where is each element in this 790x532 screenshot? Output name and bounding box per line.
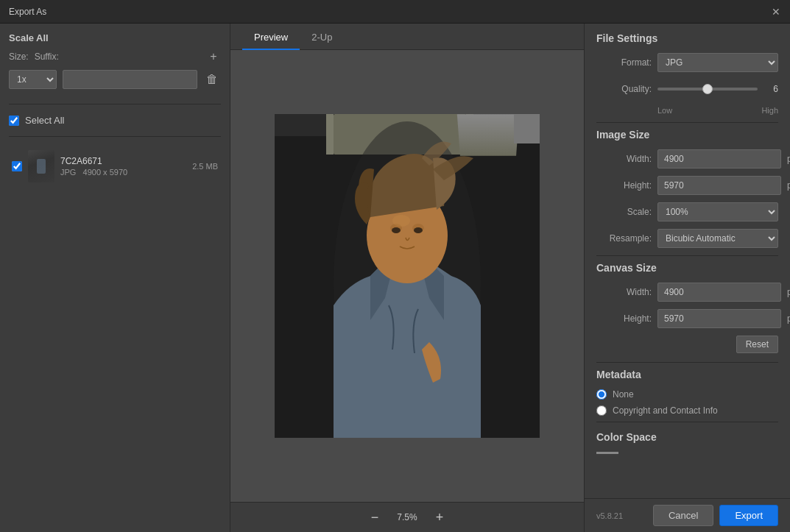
right-panel-content: File Settings Format: JPG PNG GIF SVG We… xyxy=(585,24,790,498)
image-scale-row: Scale: 100% 50% 75% 200% xyxy=(596,202,778,221)
quality-slider[interactable] xyxy=(657,88,758,91)
image-height-input[interactable] xyxy=(657,176,781,195)
metadata-copyright-row: Copyright and Contact Info xyxy=(596,405,778,416)
canvas-height-label: Height: xyxy=(596,313,652,324)
image-scale-select[interactable]: 100% 50% 75% 200% xyxy=(657,202,778,221)
file-meta: JPG 4900 x 5970 xyxy=(60,168,186,177)
format-select[interactable]: JPG PNG GIF SVG WebP xyxy=(657,53,778,72)
svg-rect-5 xyxy=(275,114,326,136)
metadata-none-row: None xyxy=(596,389,778,400)
select-all-label: Select All xyxy=(25,115,64,126)
preview-image xyxy=(275,114,540,438)
image-width-label: Width: xyxy=(596,154,652,164)
canvas-height-row: Height: px xyxy=(596,309,778,328)
canvas-width-input[interactable] xyxy=(657,283,781,302)
photo-top-element2 xyxy=(514,114,540,143)
add-scale-button[interactable]: + xyxy=(206,49,221,64)
svg-point-12 xyxy=(414,227,423,233)
file-list: 7C2A6671 JPG 4900 x 5970 2.5 MB xyxy=(9,146,221,187)
close-button[interactable]: ✕ xyxy=(771,7,781,17)
scale-section: Scale All Size: Suffix: + 1x 2x 3x 0.5x … xyxy=(9,32,221,89)
quality-value: 6 xyxy=(763,84,778,94)
bottom-bar: v5.8.21 Cancel Export xyxy=(585,498,790,532)
divider-6 xyxy=(596,422,778,422)
file-settings-section: File Settings Format: JPG PNG GIF SVG We… xyxy=(596,32,778,115)
tab-2up[interactable]: 2-Up xyxy=(300,26,344,50)
export-button[interactable]: Export xyxy=(719,505,778,526)
file-name: 7C2A6671 xyxy=(60,156,186,166)
controls-row: 1x 2x 3x 0.5x 🗑 xyxy=(9,70,221,89)
canvas-size-section: Canvas Size Width: px Height: px Reset xyxy=(596,262,778,353)
bottom-buttons: Cancel Export xyxy=(653,505,778,526)
quality-slider-container xyxy=(657,79,758,99)
scale-select[interactable]: 1x 2x 3x 0.5x xyxy=(9,70,57,89)
zoom-level: 7.5% xyxy=(392,512,422,522)
select-all-checkbox[interactable] xyxy=(9,116,19,126)
metadata-title: Metadata xyxy=(596,369,778,380)
quality-row: Quality: 6 xyxy=(596,79,778,99)
resample-select[interactable]: Bicubic Automatic Bicubic Smoother Bicub… xyxy=(657,229,778,248)
center-panel: Preview 2-Up xyxy=(230,24,584,532)
metadata-none-radio[interactable] xyxy=(596,389,607,400)
metadata-copyright-radio[interactable] xyxy=(596,405,607,416)
quality-high-label: High xyxy=(761,106,778,115)
file-settings-title: File Settings xyxy=(596,32,778,44)
quality-low-label: Low xyxy=(657,106,761,115)
divider-5 xyxy=(596,362,778,363)
format-label: Format: xyxy=(596,57,652,68)
cancel-button[interactable]: Cancel xyxy=(653,505,713,526)
image-width-row: Width: px xyxy=(596,149,778,169)
version-label: v5.8.21 xyxy=(596,511,623,520)
file-thumb-inner xyxy=(28,150,54,182)
size-suffix-row: Size: Suffix: + xyxy=(9,49,221,64)
file-info: 7C2A6671 JPG 4900 x 5970 xyxy=(60,156,186,177)
file-item[interactable]: 7C2A6671 JPG 4900 x 5970 2.5 MB xyxy=(9,146,221,187)
suffix-label: Suffix: xyxy=(35,52,200,62)
canvas-width-label: Width: xyxy=(596,287,652,297)
right-panel: File Settings Format: JPG PNG GIF SVG We… xyxy=(584,24,790,532)
select-all-row[interactable]: Select All xyxy=(9,110,221,130)
canvas-width-row: Width: px xyxy=(596,283,778,302)
photo-background xyxy=(275,114,540,438)
resample-label: Resample: xyxy=(596,233,652,244)
image-width-input[interactable] xyxy=(657,149,781,169)
metadata-copyright-label: Copyright and Contact Info xyxy=(613,405,718,416)
quality-range-labels: Low High xyxy=(596,106,778,115)
zoom-out-button[interactable]: − xyxy=(366,508,384,526)
preview-area xyxy=(230,50,584,502)
image-size-title: Image Size xyxy=(596,129,778,141)
format-row: Format: JPG PNG GIF SVG WebP xyxy=(596,53,778,72)
file-thumbnail xyxy=(28,150,54,182)
scale-all-title: Scale All xyxy=(9,32,221,43)
image-scale-label: Scale: xyxy=(596,207,652,217)
zoom-bar: − 7.5% + xyxy=(230,502,584,532)
canvas-height-input[interactable] xyxy=(657,309,781,328)
main-layout: Scale All Size: Suffix: + 1x 2x 3x 0.5x … xyxy=(0,24,790,532)
image-height-label: Height: xyxy=(596,180,652,191)
reset-button[interactable]: Reset xyxy=(736,336,778,353)
photo-top-element xyxy=(457,114,519,156)
zoom-in-button[interactable]: + xyxy=(431,508,448,526)
tabs-bar: Preview 2-Up xyxy=(230,24,584,50)
image-size-section: Image Size Width: px Height: px Scale: 1… xyxy=(596,129,778,248)
svg-point-11 xyxy=(392,227,401,233)
divider-3 xyxy=(596,122,778,123)
color-space-indicator xyxy=(596,452,618,454)
image-height-unit: px xyxy=(787,180,790,191)
delete-scale-button[interactable]: 🗑 xyxy=(203,71,221,88)
size-label: Size: xyxy=(9,52,29,62)
canvas-width-unit: px xyxy=(787,287,790,297)
metadata-section: Metadata None Copyright and Contact Info xyxy=(596,369,778,416)
color-space-title: Color Space xyxy=(596,431,778,443)
metadata-none-label: None xyxy=(613,389,634,400)
tab-preview[interactable]: Preview xyxy=(242,26,300,50)
divider-2 xyxy=(9,136,221,137)
file-size: 2.5 MB xyxy=(192,162,218,171)
file-item-checkbox[interactable] xyxy=(12,161,22,171)
canvas-size-title: Canvas Size xyxy=(596,262,778,274)
svg-rect-2 xyxy=(326,114,334,155)
suffix-input[interactable] xyxy=(63,70,197,89)
image-height-row: Height: px xyxy=(596,176,778,195)
window-title: Export As xyxy=(9,7,46,17)
color-space-section: Color Space xyxy=(596,431,778,454)
